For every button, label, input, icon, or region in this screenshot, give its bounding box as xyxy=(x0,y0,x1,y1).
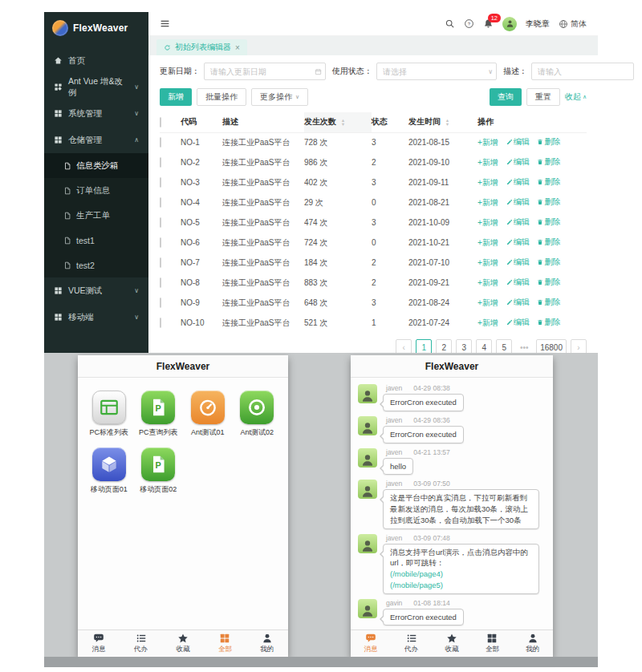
sidebar-item[interactable]: Ant Vue 增&改例 ∨ xyxy=(44,74,148,100)
row-add-link[interactable]: +新增 xyxy=(477,298,498,309)
filter-input[interactable] xyxy=(531,63,634,80)
avatar[interactable] xyxy=(502,17,517,31)
row-delete-link[interactable]: 删除 xyxy=(537,257,560,268)
row-checkbox[interactable] xyxy=(160,318,161,328)
row-edit-link[interactable]: 编辑 xyxy=(506,277,530,288)
sidebar-item[interactable]: 仓储管理 ∧ xyxy=(44,127,148,153)
cell-count: 521 次 xyxy=(304,313,372,333)
more-actions-button[interactable]: 更多操作 ∨ xyxy=(251,88,308,106)
row-checkbox[interactable] xyxy=(160,197,161,208)
sorter-icon[interactable]: ▲ ▼ xyxy=(445,119,449,127)
sidebar-subitem[interactable]: test1 xyxy=(44,228,148,253)
row-edit-link[interactable]: 编辑 xyxy=(506,217,530,228)
column-header[interactable]: 代码 xyxy=(181,112,222,132)
sidebar-item[interactable]: 系统管理 ∨ xyxy=(44,100,148,127)
row-delete-link[interactable]: 删除 xyxy=(537,217,560,228)
row-checkbox[interactable] xyxy=(160,157,161,168)
app-shortcut[interactable]: 移动页面02 xyxy=(134,447,184,495)
filter-input[interactable] xyxy=(376,63,497,80)
search-icon[interactable] xyxy=(445,18,455,29)
hamburger-icon[interactable] xyxy=(160,18,170,29)
filter-field: ∨ xyxy=(376,63,497,80)
collapse-link[interactable]: 收起 ∧ xyxy=(565,91,587,103)
row-delete-link[interactable]: 删除 xyxy=(537,297,560,308)
filter-input[interactable] xyxy=(204,63,326,80)
column-header[interactable]: 描述 xyxy=(222,112,304,132)
row-checkbox[interactable] xyxy=(160,237,161,248)
tabbar-item[interactable]: 代办 xyxy=(391,630,431,657)
row-checkbox[interactable] xyxy=(160,298,161,308)
batch-actions-button[interactable]: 批量操作 xyxy=(197,88,246,106)
app-shortcut[interactable]: PC查询列表 xyxy=(134,391,184,438)
row-edit-link[interactable]: 编辑 xyxy=(506,297,530,308)
sidebar-item[interactable]: 移动端 ∨ xyxy=(44,304,148,330)
row-edit-link[interactable]: 编辑 xyxy=(506,257,530,268)
row-checkbox[interactable] xyxy=(160,217,161,228)
app-label: PC标准列表 xyxy=(89,427,128,438)
row-add-link[interactable]: +新增 xyxy=(477,177,498,188)
column-header[interactable]: 发生时间 ▲ ▼ xyxy=(408,112,477,132)
message-url-link[interactable]: (/mobile/page4) xyxy=(390,569,532,580)
row-delete-link[interactable]: 删除 xyxy=(537,277,560,288)
row-edit-link[interactable]: 编辑 xyxy=(506,196,530,208)
row-checkbox[interactable] xyxy=(160,257,161,268)
row-add-link[interactable]: +新增 xyxy=(477,137,498,148)
add-button[interactable]: 新增 xyxy=(160,88,192,106)
tabbar-item[interactable]: 我的 xyxy=(246,630,288,657)
table-row: NO-2 连接工业PaaS平台 986 次 2 2021-09-10 +新增 编… xyxy=(160,152,587,172)
row-checkbox[interactable] xyxy=(160,277,161,288)
column-header[interactable]: 状态 xyxy=(372,112,408,132)
row-delete-link[interactable]: 删除 xyxy=(537,237,560,248)
notification-bell[interactable]: 12 xyxy=(483,18,494,29)
help-icon[interactable] xyxy=(464,18,474,29)
row-delete-link[interactable]: 删除 xyxy=(537,136,560,148)
row-delete-link[interactable]: 删除 xyxy=(537,156,560,168)
row-checkbox[interactable] xyxy=(160,177,161,188)
tabbar-item[interactable]: 消息 xyxy=(78,630,120,657)
app-shortcut[interactable]: 移动页面01 xyxy=(84,447,134,495)
row-add-link[interactable]: +新增 xyxy=(477,318,498,329)
tabbar-item[interactable]: 收藏 xyxy=(432,630,472,657)
row-add-link[interactable]: +新增 xyxy=(477,237,498,249)
row-add-link[interactable]: +新增 xyxy=(477,257,498,269)
tabbar-item[interactable]: 全部 xyxy=(472,630,512,657)
row-add-link[interactable]: +新增 xyxy=(477,277,498,289)
row-delete-link[interactable]: 删除 xyxy=(537,176,560,188)
search-button[interactable]: 查询 xyxy=(490,88,522,106)
sidebar-subitem[interactable]: 订单信息 xyxy=(44,178,148,203)
tab-list-editor[interactable]: 初始列表编辑器 × xyxy=(156,39,247,55)
row-edit-link[interactable]: 编辑 xyxy=(506,176,530,188)
tabbar-item[interactable]: 消息 xyxy=(351,630,391,657)
tabbar-item[interactable]: 我的 xyxy=(513,630,553,657)
sorter-icon[interactable]: ▲ ▼ xyxy=(341,119,345,127)
reset-button[interactable]: 重置 xyxy=(526,88,560,106)
language-switcher[interactable]: 简体 xyxy=(559,18,587,30)
sidebar-subitem[interactable]: 信息类沙箱 xyxy=(44,153,148,178)
sidebar-subitem[interactable]: test2 xyxy=(44,253,148,277)
app-shortcut[interactable]: Ant测试02 xyxy=(233,391,282,438)
row-edit-label: 编辑 xyxy=(514,176,530,188)
tabbar-item[interactable]: 全部 xyxy=(204,630,246,657)
tabbar-item[interactable]: 收藏 xyxy=(162,630,204,657)
row-add-link[interactable]: +新增 xyxy=(477,157,498,168)
row-delete-link[interactable]: 删除 xyxy=(537,196,560,208)
app-shortcut[interactable]: PC标准列表 xyxy=(84,391,134,438)
row-edit-link[interactable]: 编辑 xyxy=(506,156,530,168)
row-add-link[interactable]: +新增 xyxy=(477,217,498,229)
row-edit-link[interactable]: 编辑 xyxy=(506,237,530,248)
select-all-checkbox[interactable] xyxy=(160,117,161,128)
column-header[interactable]: 发生次数 ▲ ▼ xyxy=(304,112,372,132)
row-edit-link[interactable]: 编辑 xyxy=(506,317,530,328)
row-add-link[interactable]: +新增 xyxy=(477,197,498,208)
message-url-link[interactable]: (/mobile/page5) xyxy=(390,580,532,591)
row-edit-link[interactable]: 编辑 xyxy=(506,136,530,148)
app-shortcut[interactable]: Ant测试01 xyxy=(183,391,233,438)
sidebar-subitem[interactable]: 生产工单 xyxy=(44,203,148,228)
sidebar-item[interactable]: 首页 xyxy=(44,47,148,74)
sidebar-item[interactable]: VUE测试 ∨ xyxy=(44,277,148,304)
tabbar-item[interactable]: 代办 xyxy=(120,630,161,657)
row-delete-link[interactable]: 删除 xyxy=(537,317,560,328)
row-checkbox[interactable] xyxy=(160,137,161,148)
close-icon[interactable]: × xyxy=(235,43,240,52)
column-header[interactable]: 操作 xyxy=(477,112,587,132)
